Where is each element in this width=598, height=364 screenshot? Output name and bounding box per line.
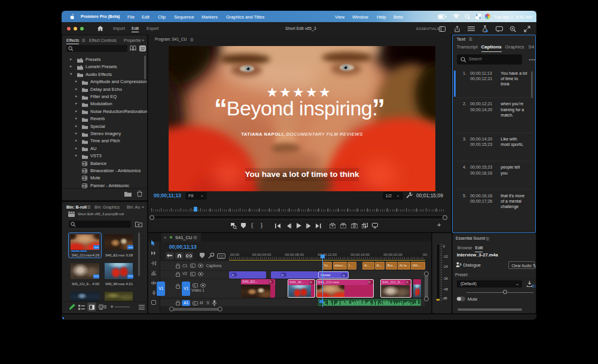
svg-text:32: 32	[141, 47, 145, 51]
svg-text:FX: FX	[100, 305, 103, 308]
svg-text:CC: CC	[219, 254, 224, 258]
